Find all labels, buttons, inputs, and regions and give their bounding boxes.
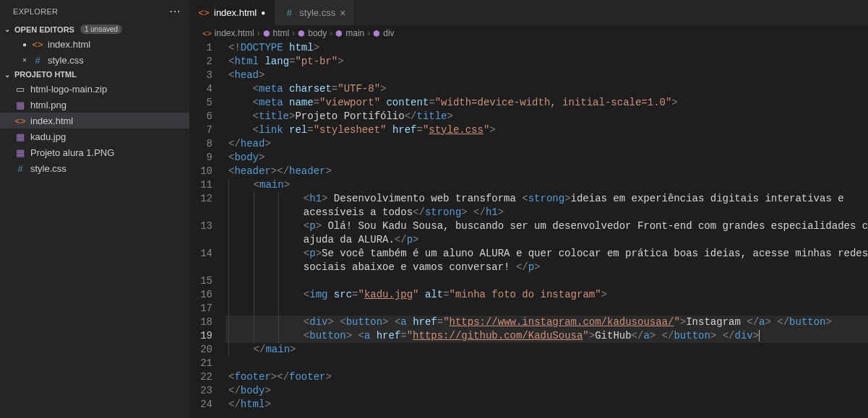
code-line[interactable]: <title>Projeto Portifólio</title> [225, 110, 868, 123]
zip-file-icon: ▭ [16, 84, 25, 95]
breadcrumb-label: html [273, 28, 290, 38]
code-line[interactable]: </main> [225, 343, 868, 357]
code-line[interactable]: <p> Olá! Sou Kadu Sousa, buscando ser um… [225, 219, 868, 233]
code-line[interactable]: <div> <button> <a href="https://www.inst… [225, 315, 868, 329]
modified-dot-icon[interactable]: ● [22, 40, 27, 48]
code-line[interactable] [225, 357, 868, 370]
code-line[interactable]: <html lang="pt-br"> [225, 55, 868, 69]
chevron-right-icon: › [330, 28, 332, 38]
open-editor-item[interactable]: ×#style.css [0, 52, 189, 68]
element-icon: ⬢ [373, 29, 380, 38]
project-file-list: ▭html-logo-main.zip▦html.png<>index.html… [0, 81, 189, 176]
editor-tab[interactable]: #style.css× [275, 0, 355, 25]
chevron-down-icon: ⌄ [3, 71, 12, 79]
line-gutter: 123456789101112131415161718192021222324 [189, 41, 225, 418]
modified-dot-icon: ● [261, 9, 265, 17]
chevron-right-icon: › [292, 28, 295, 38]
project-file-item[interactable]: ▦kadu.jpg [0, 129, 189, 144]
breadcrumb-item[interactable]: ⬢html [263, 28, 290, 38]
breadcrumb-label: body [308, 28, 327, 38]
unsaved-badge: 1 unsaved [80, 25, 122, 34]
close-icon[interactable]: × [22, 56, 27, 64]
code-line[interactable] [225, 302, 868, 315]
close-icon[interactable]: × [340, 7, 345, 19]
project-label: PROJETO HTML [14, 70, 77, 79]
code-editor[interactable]: 123456789101112131415161718192021222324 … [189, 41, 868, 418]
editor-tabs: <>index.html●#style.css× [189, 0, 868, 25]
open-editors-header[interactable]: ⌄ OPEN EDITORS 1 unsaved [0, 22, 189, 36]
html-file-icon: <> [32, 39, 43, 50]
html-file-icon: <> [198, 7, 209, 18]
code-line[interactable]: <head> [225, 69, 868, 82]
file-name: html.png [30, 100, 66, 110]
code-line[interactable]: ajuda da ALURA.</p> [225, 233, 868, 247]
file-name: html-logo-main.zip [30, 84, 107, 95]
image-file-icon: ▦ [16, 100, 25, 110]
code-line[interactable]: <button> <a href="https://github.com/Kad… [225, 329, 868, 343]
element-icon: ⬢ [298, 29, 305, 38]
project-file-item[interactable]: ▦Projeto alura 1.PNG [0, 144, 189, 160]
tab-label: style.css [299, 7, 335, 18]
code-line[interactable]: <p>Se você também é um aluno ALURA e que… [225, 247, 868, 261]
file-name: Projeto alura 1.PNG [30, 147, 114, 158]
code-content[interactable]: <!DOCTYPE html><html lang="pt-br"><head>… [225, 41, 868, 418]
file-name: index.html [30, 116, 73, 126]
breadcrumb-item[interactable]: ⬢main [335, 28, 364, 38]
code-line[interactable]: <meta name="viewport" content="width=dev… [225, 96, 868, 110]
code-line[interactable]: sociais abaixoe e vamos conversar! </p> [225, 261, 868, 274]
breadcrumb-label: index.html [215, 28, 254, 38]
code-line[interactable]: <img src="kadu.jpg" alt="minha foto do i… [225, 288, 868, 302]
open-editors-list: ●<>index.html×#style.css [0, 36, 189, 68]
code-line[interactable]: <link rel="stylesheet" href="style.css"> [225, 123, 868, 137]
project-file-item[interactable]: <>index.html [0, 113, 189, 129]
code-line[interactable]: </body> [225, 384, 868, 398]
code-line[interactable]: </html> [225, 398, 868, 412]
code-line[interactable]: acessíveis a todos</strong> </h1> [225, 206, 868, 219]
editor-tab[interactable]: <>index.html● [189, 0, 275, 25]
css-file-icon: # [17, 163, 22, 174]
file-name: index.html [48, 39, 90, 50]
code-line[interactable]: <meta charset="UTF-8"> [225, 82, 868, 96]
css-file-icon: # [287, 7, 292, 18]
project-file-item[interactable]: #style.css [0, 160, 189, 176]
html-file-icon: <> [202, 29, 212, 38]
code-line[interactable]: <main> [225, 178, 868, 192]
breadcrumb-item[interactable]: ⬢body [298, 28, 327, 38]
image-file-icon: ▦ [16, 147, 25, 158]
text-cursor [759, 330, 760, 341]
project-file-item[interactable]: ▦html.png [0, 97, 189, 113]
image-file-icon: ▦ [16, 131, 25, 142]
code-line[interactable]: <body> [225, 151, 868, 165]
project-file-item[interactable]: ▭html-logo-main.zip [0, 81, 189, 97]
element-icon: ⬢ [263, 29, 270, 38]
open-editors-label: OPEN EDITORS [14, 25, 74, 34]
breadcrumb-label: main [345, 28, 364, 38]
project-header[interactable]: ⌄ PROJETO HTML [0, 68, 189, 81]
code-line[interactable]: </head> [225, 137, 868, 151]
code-line[interactable]: <h1> Desenvolvimento web transforma <str… [225, 192, 868, 206]
code-line[interactable] [225, 274, 868, 288]
css-file-icon: # [35, 55, 40, 66]
file-name: kadu.jpg [30, 131, 66, 142]
breadcrumb-label: div [383, 28, 394, 38]
explorer-more-icon[interactable]: ⋯ [169, 4, 181, 18]
editor-area: <>index.html●#style.css× <>index.html›⬢h… [189, 0, 868, 418]
breadcrumb-item[interactable]: ⬢div [373, 28, 394, 38]
open-editor-item[interactable]: ●<>index.html [0, 36, 189, 52]
file-name: style.css [48, 55, 84, 66]
tab-label: index.html [214, 7, 257, 18]
app-root: EXPLORER ⋯ ⌄ OPEN EDITORS 1 unsaved ●<>i… [0, 0, 868, 418]
html-file-icon: <> [14, 116, 25, 126]
explorer-header: EXPLORER ⋯ [0, 0, 189, 22]
code-line[interactable]: <header></header> [225, 165, 868, 178]
chevron-right-icon: › [367, 28, 370, 38]
chevron-down-icon: ⌄ [3, 25, 12, 33]
breadcrumb[interactable]: <>index.html›⬢html›⬢body›⬢main›⬢div [189, 25, 868, 41]
chevron-right-icon: › [257, 28, 260, 38]
code-line[interactable]: <!DOCTYPE html> [225, 41, 868, 55]
explorer-sidebar: EXPLORER ⋯ ⌄ OPEN EDITORS 1 unsaved ●<>i… [0, 0, 189, 418]
element-icon: ⬢ [335, 29, 343, 38]
code-line[interactable]: <footer></footer> [225, 370, 868, 384]
breadcrumb-item[interactable]: <>index.html [202, 28, 254, 38]
file-name: style.css [30, 163, 66, 174]
